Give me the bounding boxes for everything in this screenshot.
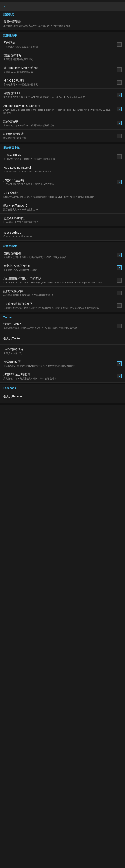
setting-item-obd-only[interactable]: 只在OBD連線時當未連接到ECU時暫停記錄至檔案 [0, 76, 125, 89]
setting-item-record-fuel[interactable]: 記錄旅程耗油量記錄旅程燃料耗用費(同時額外的感知器將被輸出) [0, 287, 125, 299]
setting-title-show-torque-id: 顯示你的Torque ID [3, 204, 119, 208]
setting-item-torquem-start[interactable]: 當Torquem開啟時開始記錄選擇當Torque啟動時自動記錄 [0, 63, 125, 76]
back-button[interactable]: ← [3, 4, 7, 8]
section-header-recording: 記錄檔案中 [0, 32, 125, 38]
checkbox-auto-record-trip[interactable] [117, 253, 122, 257]
setting-item-record-all-sensors[interactable]: 一起記錄選擇的感知器在選擇什麼要記錄裡選擇在這選擇要記錄的感知器. 注意: 記錄… [0, 300, 125, 312]
checkbox-ignore-short-time[interactable] [117, 278, 122, 282]
setting-item-record-format[interactable]: 記錄數值的格式數值精度到小數第二位 [0, 130, 125, 142]
setting-title-push-twitter: 推送到Twitter [3, 322, 115, 326]
setting-item-obd-only-upload[interactable]: 只在OBD連線時只有在連接到OBD2介面時才上傳GPS與OBD資料 [0, 176, 125, 188]
checkbox-obd-only-upload[interactable] [117, 180, 122, 184]
setting-item-ecu-only-twitter[interactable]: 只在ECU連線時推特只允許在Torque完功連接到車輛ECU時才會發送推特 [0, 370, 125, 382]
setting-title-obd-only: 只在OBD連線時 [3, 79, 115, 83]
setting-subtitle-file-interval: 選擇記錄到記錄欄的延遲時間 [3, 58, 119, 61]
setting-item-web-logging-interval[interactable]: Web Logging IntervalSelect how often to … [0, 163, 125, 176]
checkbox-auto-gps[interactable] [117, 93, 122, 97]
section-divider-twitter [0, 383, 125, 384]
setting-title-web-logging-interval: Web Logging Interval [3, 166, 119, 169]
setting-item-sync-record[interactable]: 同步記錄只在完成將插感知器後寫入記錄欄 [0, 38, 125, 51]
section-header-record-settings: 記錄設定 [0, 11, 125, 17]
setting-title-record-format: 記錄數值的格式 [3, 132, 115, 136]
section-header-recording-trip: 記錄旅程中 [0, 242, 125, 249]
checkbox-record-all-sensors[interactable] [117, 303, 122, 308]
setting-title-ecu-only-twitter: 只在ECU連線時推特 [3, 372, 115, 376]
setting-title-user-email: 使用者Email地址 [3, 216, 119, 220]
setting-text-server-url: 伺服器網址http://語法網址, 你想上傳你記錄數據的網站(需會回應'OK')… [3, 191, 122, 198]
setting-subtitle-ignore-short: 不要保留少於0.5哩的距離在旅程中 [3, 268, 115, 271]
setting-item-ignore-short[interactable]: 捨棄小於0.5哩的旅程不要保留少於0.5哩的距離在旅程中 [0, 261, 125, 274]
setting-item-login-twitter[interactable]: 登入到Twitter... [0, 332, 125, 345]
setting-text-ignore-short: 捨棄小於0.5哩的旅程不要保留少於0.5哩的距離在旅程中 [3, 264, 117, 271]
section-divider-live-upload [0, 226, 125, 228]
setting-text-obd-only-upload: 只在OBD連線時只有在連接到OBD2介面時才上傳GPS與OBD資料 [3, 178, 117, 186]
setting-subtitle-record-fuel: 記錄旅程燃料耗用費(同時額外的感知器將被輸出) [3, 293, 115, 297]
setting-subtitle-auto-gps: 當在記錄PID資訊時永遠加入GPS數據(需要可以輸出像Google Earth/… [3, 96, 115, 99]
setting-title-record-fuel: 記錄旅程耗油量 [3, 289, 115, 293]
checkbox-ecu-only-twitter[interactable] [117, 374, 122, 378]
setting-text-auto-record-trip: 自動記錄旅程自動建立已行駛之距離 - 使用在'地圖'頁面. OBD2連線是必要的… [3, 251, 117, 259]
setting-subtitle-upload-server: 使用程式時始終是上傳GPS/OBD資料到網路伺服器 [3, 158, 115, 160]
setting-title-torquem-start: 當Torquem開啟時開始記錄 [3, 66, 115, 70]
setting-title-upload-server: 上傳至伺服器 [3, 153, 115, 157]
setting-item-auto-gsensor[interactable]: Automatically log G SensorsAlways add G … [0, 101, 125, 117]
setting-item-ignore-short-time[interactable]: 忽略兩兩旅程間短小的時間隙Don't reset the trip (for 3… [0, 274, 125, 287]
setting-item-login-facebook[interactable]: 登入到Facebook... [0, 391, 125, 403]
checkbox-torquem-start[interactable] [117, 67, 122, 72]
setting-text-push-new-location: 推送新的位置發送你GPS的位置到你的Twitter(請確認你有應用設定在你的tw… [3, 360, 117, 367]
checkbox-obd-only[interactable] [117, 80, 122, 85]
setting-text-sync-record: 同步記錄只在完成將插感知器後寫入記錄欄 [3, 41, 117, 48]
setting-item-show-torque-id[interactable]: 顯示你的Torque ID顯示你登入到Torque網站的初始ID [0, 201, 125, 214]
test-settings-subtitle: Check that the settings work [3, 235, 122, 238]
setting-item-upload-server[interactable]: 上傳至伺服器使用程式時始終是上傳GPS/OBD資料到網路伺服器 [0, 151, 125, 163]
setting-subtitle-record-format: 數值精度到小數第二位 [3, 136, 115, 140]
checkbox-record-format[interactable] [117, 133, 122, 138]
setting-title-auto-gsensor: Automatically log G Sensors [3, 104, 115, 108]
setting-item-file-interval[interactable]: 檔案記錄間隔選擇記錄到記錄欄的延遲時間 [0, 51, 125, 63]
checkbox-push-new-location[interactable] [117, 362, 122, 366]
checkbox-push-twitter[interactable] [117, 323, 122, 328]
section-divider-recording [0, 142, 125, 144]
setting-title-ignore-short-time: 忽略兩兩旅程間短小的時間隙 [3, 277, 115, 280]
setting-subtitle-auto-gsensor: Always add G sensor data to the logfile … [3, 108, 115, 114]
setting-text-record-format: 記錄數值的格式數值精度到小數第二位 [3, 132, 117, 140]
setting-text-login-twitter: 登入到Twitter... [3, 337, 122, 340]
checkbox-sync-record[interactable] [117, 42, 122, 47]
setting-subtitle-user-email: Email地址(用在登入網站授權使用) [3, 221, 119, 223]
setting-item-auto-record-trip[interactable]: 自動記錄旅程自動建立已行駛之距離 - 使用在'地圖'頁面. OBD2連線是必要的… [0, 249, 125, 261]
header: ← [0, 2, 125, 11]
setting-item-auto-gps[interactable]: 自動記錄GPS當在記錄PID資訊時永遠加入GPS數據(需要可以輸出像Google… [0, 89, 125, 101]
setting-text-ecu-only-twitter: 只在ECU連線時推特只允許在Torque完功連接到車輛ECU時才會發送推特 [3, 372, 117, 380]
section-divider-recording-trip [0, 312, 125, 314]
checkbox-record-fuel[interactable] [117, 291, 122, 295]
checkbox-ignore-short[interactable] [117, 266, 122, 270]
checkbox-auto-gsensor[interactable] [117, 107, 122, 112]
setting-text-twitter-interval: Twitter推送間隔選擇多久推特一次 [3, 347, 122, 354]
checkbox-upload-server[interactable] [117, 154, 122, 159]
setting-item-push-twitter[interactable]: 推送到Twitter傳送選擇性資訊到推特, 其中包含你所選定記錄的資料(選擇'最… [0, 320, 125, 332]
setting-title-twitter-interval: Twitter推送間隔 [3, 347, 119, 351]
setting-item-push-new-location[interactable]: 推送新的位置發送你GPS的位置到你的Twitter(請確認你有應用設定在你的tw… [0, 358, 125, 370]
setting-item-record-rotate[interactable]: 記錄檔輪替在每一次Torque連接到ECU後開啟新的記錄檔記錄 [0, 117, 125, 130]
setting-title-record-rotate: 記錄檔輪替 [3, 120, 115, 123]
setting-title-server-url: 伺服器網址 [3, 191, 119, 195]
section-header-live-upload: 即時網頁上傳 [0, 144, 125, 151]
setting-title-login-facebook: 登入到Facebook... [3, 395, 119, 398]
setting-text-file-interval: 檔案記錄間隔選擇記錄到記錄欄的延遲時間 [3, 54, 122, 61]
checkbox-record-rotate[interactable] [117, 121, 122, 125]
setting-item-twitter-interval[interactable]: Twitter推送間隔選擇多久推特一次 [0, 345, 125, 357]
setting-subtitle-web-logging-interval: Select how often to send logs to the web… [3, 170, 119, 173]
settings-content: 記錄設定選擇什麼記錄選擇你要記錄到網站及檔案的PID. 選擇愈多的PID,即時更… [0, 11, 125, 405]
setting-text-auto-gsensor: Automatically log G SensorsAlways add G … [3, 104, 117, 114]
setting-text-obd-only: 只在OBD連線時當未連接到ECU時暫停記錄至檔案 [3, 79, 117, 86]
setting-item-user-email[interactable]: 使用者Email地址Email地址(用在登入網站授權使用) [0, 214, 125, 226]
setting-text-record-fuel: 記錄旅程耗油量記錄旅程燃料耗用費(同時額外的感知器將被輸出) [3, 289, 117, 297]
section-divider-test-settings [0, 241, 125, 242]
setting-title-auto-record-trip: 自動記錄旅程 [3, 251, 115, 255]
setting-title-obd-only-upload: 只在OBD連線時 [3, 178, 115, 182]
setting-item-server-url[interactable]: 伺服器網址http://語法網址, 你想上傳你記錄數據的網站(需會回應'OK')… [0, 188, 125, 201]
setting-text-record-rotate: 記錄檔輪替在每一次Torque連接到ECU後開啟新的記錄檔記錄 [3, 120, 117, 127]
setting-item-select-record[interactable]: 選擇什麼記錄選擇你要記錄到網站及檔案的PID. 選擇愈多的PID,即時更新率愈慢… [0, 17, 125, 30]
test-settings-section[interactable]: Test settingsCheck that the settings wor… [0, 228, 125, 241]
setting-title-login-twitter: 登入到Twitter... [3, 337, 119, 340]
